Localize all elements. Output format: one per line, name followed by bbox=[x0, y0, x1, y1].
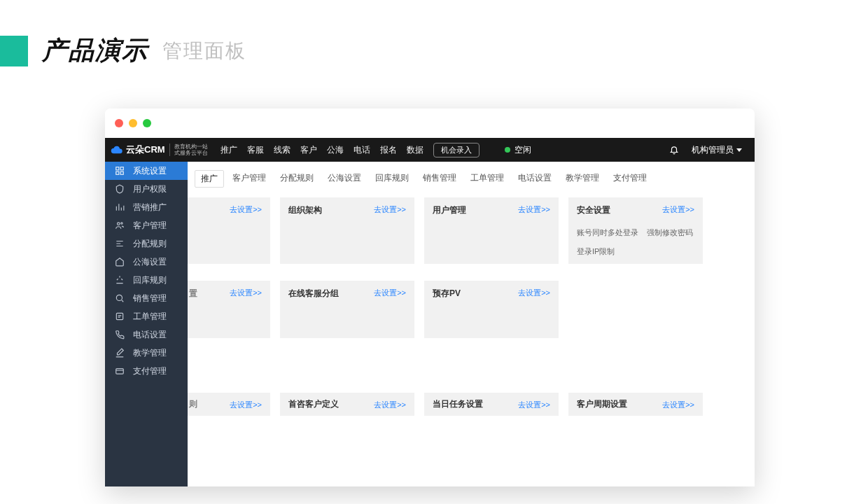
card-row-1: 去设置>>组织架构去设置>>用户管理去设置>>安全设置去设置>>账号同时多处登录… bbox=[188, 197, 755, 264]
sidebar-item-label: 支付管理 bbox=[133, 365, 167, 377]
svg-rect-8 bbox=[116, 369, 124, 374]
card-sub-options: 账号同时多处登录强制修改密码登录IP限制 bbox=[577, 227, 694, 257]
tab-3[interactable]: 公海设置 bbox=[322, 170, 367, 188]
slide-header: 产品演示 管理面板 bbox=[0, 34, 246, 68]
go-settings-link[interactable]: 去设置>> bbox=[230, 400, 262, 410]
nav-customer[interactable]: 客户 bbox=[300, 144, 317, 156]
go-settings-link[interactable]: 去设置>> bbox=[518, 288, 550, 298]
svg-rect-1 bbox=[120, 167, 123, 170]
chevron-down-icon bbox=[736, 148, 742, 152]
tab-9[interactable]: 支付管理 bbox=[608, 170, 652, 188]
sidebar-item-user-permissions[interactable]: 用户权限 bbox=[105, 180, 188, 198]
record-opportunity-button[interactable]: 机会录入 bbox=[433, 143, 479, 158]
sidebar-item-marketing[interactable]: 营销推广 bbox=[105, 198, 188, 216]
tab-4[interactable]: 回库规则 bbox=[370, 170, 414, 188]
status-indicator[interactable]: 空闲 bbox=[505, 144, 531, 156]
card-sub-item[interactable]: 账号同时多处登录 bbox=[577, 227, 638, 238]
tab-6[interactable]: 工单管理 bbox=[465, 170, 510, 188]
go-settings-link[interactable]: 去设置>> bbox=[374, 204, 406, 215]
sidebar: 系统设置用户权限营销推广客户管理分配规则公海设置回库规则销售管理工单管理电话设置… bbox=[105, 162, 188, 486]
setting-card: 则去设置>> bbox=[188, 393, 270, 416]
sidebar-item-system-settings[interactable]: 系统设置 bbox=[105, 162, 188, 180]
sidebar-item-return-rules-icon bbox=[115, 275, 125, 285]
sidebar-item-sales-mgmt-icon bbox=[115, 293, 125, 303]
card-row-3: 则去设置>>首咨客户定义去设置>>当日任务设置去设置>>客户周期设置去设置>> bbox=[188, 393, 755, 416]
go-settings-link[interactable]: 去设置>> bbox=[230, 288, 262, 298]
sidebar-item-phone-settings-icon bbox=[115, 330, 125, 340]
sidebar-item-label: 教学管理 bbox=[133, 347, 167, 359]
topbar: 云朵CRM 教育机构一站式服务云平台 推广 客服 线索 客户 公海 电话 报名 … bbox=[105, 138, 755, 162]
nav-signup[interactable]: 报名 bbox=[380, 144, 397, 156]
card-sub-item[interactable]: 强制修改密码 bbox=[647, 227, 693, 238]
sidebar-item-allocation-rules[interactable]: 分配规则 bbox=[105, 234, 188, 253]
cards-container: 去设置>>组织架构去设置>>用户管理去设置>>安全设置去设置>>账号同时多处登录… bbox=[188, 197, 755, 416]
logo-tagline: 教育机构一站式服务云平台 bbox=[169, 144, 208, 156]
sidebar-item-return-rules[interactable]: 回库规则 bbox=[105, 271, 188, 289]
go-settings-link[interactable]: 去设置>> bbox=[662, 400, 694, 410]
sidebar-item-customer-mgmt[interactable]: 客户管理 bbox=[105, 216, 188, 234]
content-area: 推广客户管理分配规则公海设置回库规则销售管理工单管理电话设置教学管理支付管理 去… bbox=[188, 162, 755, 486]
svg-rect-3 bbox=[120, 172, 123, 174]
nav-public[interactable]: 公海 bbox=[327, 144, 344, 156]
sidebar-item-label: 回库规则 bbox=[133, 274, 167, 286]
cloud-icon bbox=[111, 144, 123, 156]
sidebar-item-label: 分配规则 bbox=[133, 238, 167, 250]
sidebar-item-allocation-rules-icon bbox=[115, 239, 125, 248]
svg-rect-2 bbox=[116, 172, 119, 174]
sidebar-item-user-permissions-icon bbox=[115, 184, 125, 194]
go-settings-link[interactable]: 去设置>> bbox=[374, 288, 406, 298]
sidebar-item-phone-settings[interactable]: 电话设置 bbox=[105, 326, 188, 344]
svg-rect-0 bbox=[116, 167, 119, 170]
tab-1[interactable]: 客户管理 bbox=[227, 170, 272, 188]
nav-phone[interactable]: 电话 bbox=[354, 144, 370, 156]
setting-card: 客户周期设置去设置>> bbox=[568, 393, 703, 416]
minimize-dot[interactable] bbox=[129, 119, 137, 127]
close-dot[interactable] bbox=[115, 119, 123, 127]
nav-service[interactable]: 客服 bbox=[247, 144, 264, 156]
card-sub-item[interactable]: 登录IP限制 bbox=[577, 246, 615, 257]
setting-card: 安全设置去设置>>账号同时多处登录强制修改密码登录IP限制 bbox=[568, 197, 703, 264]
sidebar-item-teaching-mgmt[interactable]: 教学管理 bbox=[105, 344, 188, 362]
setting-card: 预存PV去设置>> bbox=[424, 281, 559, 338]
tab-5[interactable]: 销售管理 bbox=[417, 170, 462, 188]
sidebar-item-system-settings-icon bbox=[115, 166, 125, 176]
sidebar-item-payment-mgmt[interactable]: 支付管理 bbox=[105, 362, 188, 380]
top-nav: 推广 客服 线索 客户 公海 电话 报名 数据 bbox=[220, 144, 424, 156]
go-settings-link[interactable]: 去设置>> bbox=[518, 204, 550, 215]
sidebar-item-label: 工单管理 bbox=[133, 311, 167, 323]
nav-leads[interactable]: 线索 bbox=[274, 144, 290, 156]
setting-card: 在线客服分组去设置>> bbox=[280, 281, 414, 338]
go-settings-link[interactable]: 去设置>> bbox=[374, 400, 406, 410]
sidebar-item-public-pool-icon bbox=[115, 257, 125, 267]
svg-point-4 bbox=[118, 223, 120, 225]
user-role-dropdown[interactable]: 机构管理员 bbox=[692, 144, 742, 156]
sidebar-item-ticket-mgmt-icon bbox=[115, 312, 125, 321]
logo[interactable]: 云朵CRM 教育机构一站式服务云平台 bbox=[105, 138, 214, 162]
status-dot-icon bbox=[505, 147, 510, 153]
setting-card: 首咨客户定义去设置>> bbox=[280, 393, 414, 416]
sidebar-item-ticket-mgmt[interactable]: 工单管理 bbox=[105, 307, 188, 326]
tab-7[interactable]: 电话设置 bbox=[512, 170, 557, 188]
sidebar-item-label: 系统设置 bbox=[133, 165, 167, 177]
sidebar-item-payment-mgmt-icon bbox=[115, 366, 125, 376]
bell-icon[interactable] bbox=[669, 145, 679, 155]
slide-subtitle: 管理面板 bbox=[162, 38, 246, 64]
tab-2[interactable]: 分配规则 bbox=[274, 170, 319, 188]
nav-promo[interactable]: 推广 bbox=[220, 144, 237, 156]
nav-data[interactable]: 数据 bbox=[407, 144, 424, 156]
sidebar-item-public-pool[interactable]: 公海设置 bbox=[105, 253, 188, 271]
logo-text: 云朵CRM bbox=[126, 144, 165, 156]
go-settings-link[interactable]: 去设置>> bbox=[518, 400, 550, 410]
setting-card: 用户管理去设置>> bbox=[424, 197, 559, 264]
sidebar-item-sales-mgmt[interactable]: 销售管理 bbox=[105, 289, 188, 307]
header-accent bbox=[0, 36, 28, 66]
tab-8[interactable]: 教学管理 bbox=[560, 170, 605, 188]
go-settings-link[interactable]: 去设置>> bbox=[662, 204, 694, 215]
sidebar-item-label: 电话设置 bbox=[133, 329, 167, 341]
tab-0[interactable]: 推广 bbox=[195, 170, 224, 188]
maximize-dot[interactable] bbox=[143, 119, 151, 127]
go-settings-link[interactable]: 去设置>> bbox=[230, 204, 262, 215]
sidebar-item-label: 公海设置 bbox=[133, 256, 167, 268]
sidebar-item-label: 用户权限 bbox=[133, 183, 167, 195]
setting-card: 去设置>> bbox=[188, 197, 270, 264]
